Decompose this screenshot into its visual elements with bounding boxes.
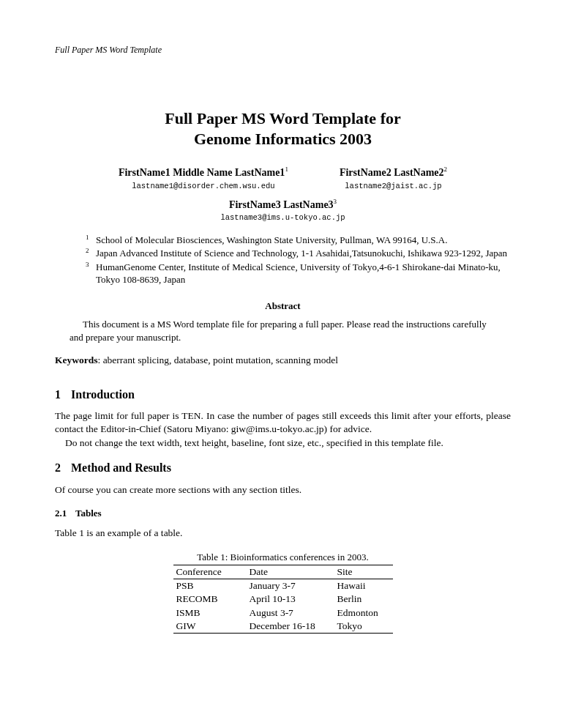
table-cell: ISMB <box>173 606 247 620</box>
author-3-name: FirstName3 LastName33 <box>55 197 511 212</box>
table-cell: RECOMB <box>173 593 247 606</box>
table-cell: GIW <box>173 620 247 634</box>
section-1-heading: 1Introduction <box>55 387 511 403</box>
abstract-heading: Abstract <box>55 300 511 313</box>
table-1-caption: Table 1: Bioinformatics conferences in 2… <box>55 551 511 564</box>
table-cell: August 3-7 <box>247 606 334 620</box>
section-1-num: 1 <box>55 387 71 403</box>
paper-title: Full Paper MS Word Template for Genome I… <box>55 108 511 149</box>
table-row: ISMB August 3-7 Edmonton <box>173 606 393 620</box>
affil-2-sup: 2 <box>86 246 96 255</box>
table-1-header-site: Site <box>334 565 393 579</box>
subsection-2-1-body: Table 1 is an example of a table. <box>55 527 511 540</box>
author-1-name: FirstName1 Middle Name LastName11 <box>119 165 288 180</box>
section-1-title: Introduction <box>71 388 135 401</box>
section-2-body: Of course you can create more sections w… <box>55 483 511 497</box>
author-2-name: FirstName2 LastName22 <box>340 165 447 180</box>
running-header: Full Paper MS Word Template <box>55 44 511 56</box>
table-1: Conference Date Site PSB January 3-7 Haw… <box>173 565 393 634</box>
subsection-2-1-heading: 2.1Tables <box>55 507 511 520</box>
table-row: GIW December 16-18 Tokyo <box>173 620 393 634</box>
title-line-2: Genome Informatics 2003 <box>194 130 372 148</box>
authors-row-1: FirstName1 Middle Name LastName11 lastna… <box>55 165 511 191</box>
author-2-sup: 2 <box>444 166 448 173</box>
table-cell: April 10-13 <box>247 593 334 606</box>
table-1-header-row: Conference Date Site <box>173 565 393 579</box>
author-1-sup: 1 <box>285 166 288 173</box>
author-3: FirstName3 LastName33 lastname3@ims.u-to… <box>55 197 511 223</box>
abstract-text: This document is a MS Word template file… <box>70 318 496 343</box>
author-2: FirstName2 LastName22 lastname2@jaist.ac… <box>340 165 447 191</box>
affiliation-2: 2 Japan Advanced Institute of Science an… <box>86 247 511 260</box>
keywords-text: : aberrant splicing, database, point mut… <box>98 354 338 365</box>
affiliation-3: 3 HumanGenome Center, Institute of Medic… <box>86 261 511 286</box>
author-1: FirstName1 Middle Name LastName11 lastna… <box>119 165 288 191</box>
author-3-sup: 3 <box>334 198 337 205</box>
table-1-header-date: Date <box>247 565 334 579</box>
affil-3-text: HumanGenome Center, Institute of Medical… <box>96 261 511 286</box>
subsection-2-1-title: Tables <box>75 508 102 519</box>
table-row: RECOMB April 10-13 Berlin <box>173 593 393 606</box>
keywords-label: Keywords <box>55 354 98 365</box>
author-1-email: lastname1@disorder.chem.wsu.edu <box>119 181 288 191</box>
affil-1-text: School of Molecular Biosciences, Washing… <box>96 234 511 247</box>
affiliations: 1 School of Molecular Biosciences, Washi… <box>86 234 511 286</box>
keywords: Keywords: aberrant splicing, database, p… <box>55 354 511 367</box>
author-3-email: lastname3@ims.u-tokyo.ac.jp <box>55 212 511 223</box>
affil-1-sup: 1 <box>86 233 96 242</box>
author-2-email: lastname2@jaist.ac.jp <box>340 181 447 191</box>
table-cell: Hawaii <box>334 579 393 593</box>
section-1-para1: The page limit for full paper is TEN. In… <box>55 410 511 434</box>
author-2-name-text: FirstName2 LastName2 <box>340 167 444 178</box>
table-cell: January 3-7 <box>247 579 334 593</box>
section-2-title: Method and Results <box>71 461 171 474</box>
subsection-2-1-num: 2.1 <box>55 507 75 520</box>
section-1-para2: Do not change the text width, text heigh… <box>55 437 443 450</box>
table-cell: December 16-18 <box>247 620 334 634</box>
section-2-heading: 2Method and Results <box>55 460 511 476</box>
table-cell: Tokyo <box>334 620 393 634</box>
section-1-body: The page limit for full paper is TEN. In… <box>55 409 511 450</box>
author-3-name-text: FirstName3 LastName3 <box>229 199 334 210</box>
table-1-header-conference: Conference <box>173 565 247 579</box>
section-2-num: 2 <box>55 460 71 476</box>
table-cell: Edmonton <box>334 606 393 620</box>
table-cell: Berlin <box>334 593 393 606</box>
affiliation-1: 1 School of Molecular Biosciences, Washi… <box>86 234 511 247</box>
affil-3-sup: 3 <box>86 260 96 269</box>
title-line-1: Full Paper MS Word Template for <box>165 109 400 127</box>
affil-2-text: Japan Advanced Institute of Science and … <box>96 247 511 260</box>
author-1-name-text: FirstName1 Middle Name LastName1 <box>119 167 285 178</box>
table-cell: PSB <box>173 579 247 593</box>
table-row: PSB January 3-7 Hawaii <box>173 579 393 593</box>
